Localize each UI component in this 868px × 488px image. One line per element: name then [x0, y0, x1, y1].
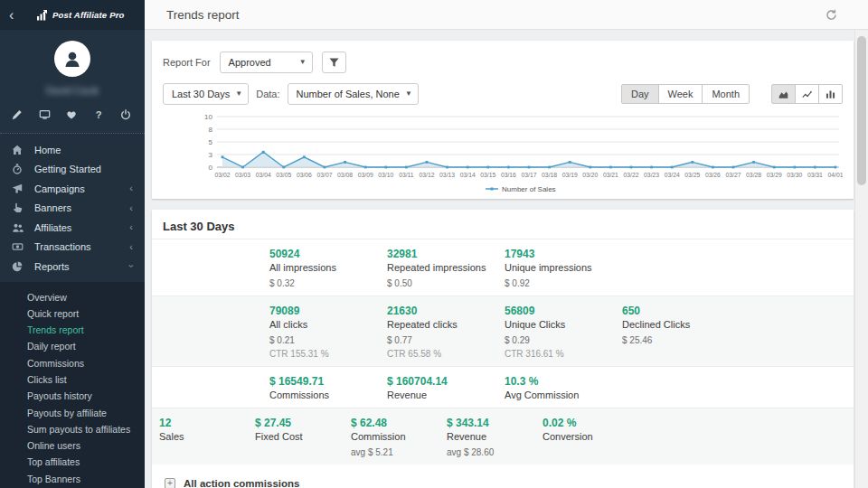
svg-text:03/08: 03/08	[337, 172, 353, 178]
question-icon[interactable]: ?	[93, 109, 106, 120]
scrollbar-thumb[interactable]	[857, 36, 866, 185]
report-for-value: Approved	[229, 57, 271, 68]
sidebar-item-home[interactable]: Home	[0, 140, 145, 160]
user-name: David Cacik	[0, 85, 145, 96]
menu-label: Affiliates	[34, 222, 71, 233]
refresh-icon[interactable]	[826, 9, 837, 21]
data-select[interactable]: Number of Sales, None ▼	[288, 83, 419, 105]
stat-value: $ 343.14	[447, 417, 542, 430]
person-icon	[61, 48, 83, 70]
sidebar-item-transactions[interactable]: Transactions‹	[0, 238, 145, 258]
app-logo[interactable]: Post Affiliate Pro	[36, 10, 125, 21]
submenu-item-overview[interactable]: Overview	[0, 289, 145, 305]
stat-value: 79089	[269, 305, 387, 318]
svg-text:03/14: 03/14	[460, 172, 476, 178]
svg-text:03/16: 03/16	[501, 172, 516, 178]
svg-text:03/30: 03/30	[787, 172, 802, 178]
money-icon	[12, 241, 34, 252]
logo-text: Post Affiliate Pro	[52, 10, 125, 20]
granularity-week-button[interactable]: Week	[658, 84, 703, 104]
filter-button[interactable]	[322, 52, 346, 73]
avatar[interactable]	[54, 41, 90, 77]
period-select[interactable]: Last 30 Days ▼	[163, 83, 249, 105]
sidebar-item-affiliates[interactable]: Affiliates‹	[0, 218, 145, 238]
sidebar-item-banners[interactable]: Banners‹	[0, 199, 145, 219]
stat-avg-commission: 10.3 %Avg Commission	[505, 375, 622, 402]
chevron-left-icon: ‹	[129, 242, 133, 252]
stats-title: Last 30 Days	[152, 210, 854, 239]
hand-icon	[12, 202, 34, 213]
granularity-month-button[interactable]: Month	[702, 84, 750, 104]
svg-text:03/12: 03/12	[419, 172, 434, 178]
collapse-sidebar-icon[interactable]: ‹	[9, 8, 25, 23]
svg-text:03/29: 03/29	[767, 172, 782, 178]
power-icon[interactable]	[120, 109, 133, 120]
stat-fixed-cost: $ 27.45Fixed Cost	[255, 417, 351, 458]
submenu-item-commissions[interactable]: Commissions	[0, 355, 145, 371]
stats-row: $ 16549.71Commissions$ 160704.14Revenue1…	[152, 366, 854, 408]
stat-label: All impressions	[269, 262, 387, 275]
stat-label: Commission	[351, 431, 447, 444]
stat-sub: avg $ 5.21	[351, 447, 447, 458]
plus-expander-icon[interactable]: +	[165, 478, 175, 488]
menu-label: Banners	[34, 202, 71, 213]
svg-text:03/22: 03/22	[623, 172, 638, 178]
sidebar-header: ‹ Post Affiliate Pro	[0, 0, 145, 30]
submenu-item-payouts-history[interactable]: Payouts history	[0, 388, 145, 404]
submenu-item-payouts-by-affiliate[interactable]: Payouts by affiliate	[0, 405, 145, 421]
stat-value: 0.02 %	[542, 417, 638, 430]
stat-value: $ 62.48	[351, 417, 447, 430]
menu-label: Home	[34, 145, 61, 155]
data-label: Data:	[256, 89, 279, 99]
submenu-item-top-banners[interactable]: Top Banners	[0, 471, 145, 487]
heart-icon[interactable]	[66, 109, 79, 120]
stat-label: All clicks	[269, 319, 387, 332]
submenu-item-trends-report[interactable]: Trends report	[0, 322, 145, 338]
stat-revenue: $ 160704.14Revenue	[387, 375, 505, 402]
stat-sub: CTR 65.58 %	[387, 349, 505, 360]
line-chart-icon	[801, 89, 813, 99]
expander-label: All action commissions	[184, 478, 299, 488]
sidebar-item-getting-started[interactable]: Getting Started	[0, 160, 145, 180]
line-chart-button[interactable]	[795, 84, 819, 104]
stat-unique-impressions: 17943Unique impressions$ 0.92	[505, 248, 622, 289]
svg-text:0: 0	[209, 164, 213, 172]
submenu-item-online-users[interactable]: Online users	[0, 437, 145, 454]
stat-repeated-impressions: 32981Repeated impressions$ 0.50	[387, 248, 505, 289]
stat-value: 32981	[387, 248, 505, 261]
vertical-scrollbar[interactable]	[854, 30, 868, 488]
area-chart-button[interactable]	[771, 84, 796, 104]
sidebar-item-campaigns[interactable]: Campaigns‹	[0, 179, 145, 199]
row-spacer	[159, 375, 269, 402]
submenu-item-clicks-list[interactable]: Clicks list	[0, 371, 145, 388]
svg-text:03/06: 03/06	[297, 172, 312, 178]
submenu-item-daily-report[interactable]: Daily report	[0, 338, 145, 354]
svg-text:03/18: 03/18	[542, 172, 557, 178]
bar-chart-icon	[825, 89, 836, 99]
caret-down-icon: ▼	[235, 89, 242, 98]
submenu-item-quick-report[interactable]: Quick report	[0, 305, 145, 322]
filters-card: Report For Approved ▼ Last 30 Days ▼ Dat…	[152, 41, 854, 199]
granularity-day-button[interactable]: Day	[621, 84, 659, 104]
sidebar-submenu: OverviewQuick reportTrends reportDaily r…	[0, 282, 145, 488]
submenu-item-sum-payouts-to-affiliates[interactable]: Sum payouts to affiliates	[0, 421, 145, 437]
stat-value: $ 16549.71	[269, 375, 387, 389]
megaphone-icon	[12, 183, 34, 194]
svg-text:03/31: 03/31	[807, 172, 823, 178]
all-action-commissions-expander[interactable]: + All action commissions	[152, 465, 854, 488]
sidebar: ‹ Post Affiliate Pro David Cacik ? HomeG…	[0, 0, 145, 488]
sidebar-item-reports[interactable]: Reports‹	[0, 257, 145, 277]
report-for-select[interactable]: Approved ▼	[220, 52, 313, 73]
svg-text:03/26: 03/26	[705, 172, 721, 178]
submenu-item-top-affiliates[interactable]: Top affiliates	[0, 454, 145, 470]
svg-text:03/07: 03/07	[316, 172, 332, 178]
svg-text:03/10: 03/10	[378, 172, 393, 178]
stat-value: 12	[159, 417, 255, 430]
main-area: Trends report Report For Approved ▼ Last…	[145, 0, 868, 488]
pencil-icon[interactable]	[12, 109, 24, 120]
pie-icon	[12, 261, 34, 272]
bar-chart-button[interactable]	[818, 84, 843, 104]
stat-revenue: $ 343.14Revenueavg $ 28.60	[447, 417, 542, 458]
desktop-icon[interactable]	[39, 109, 52, 120]
stats-row: 50924All impressions$ 0.3232981Repeated …	[152, 239, 854, 296]
